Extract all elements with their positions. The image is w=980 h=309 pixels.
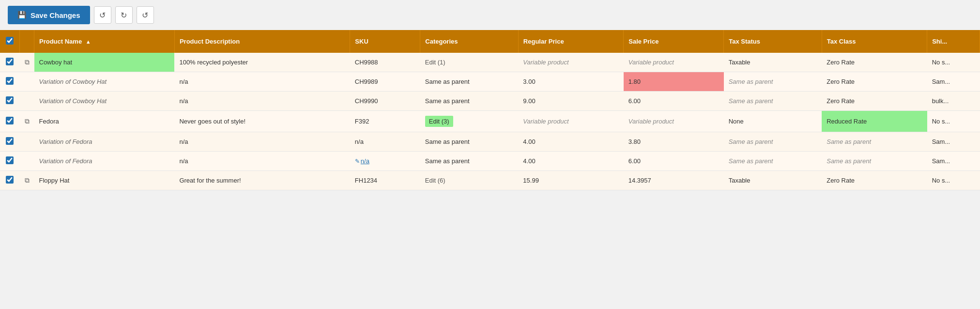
tax-status-cell: None	[724, 111, 822, 132]
table-row: Variation of Cowboy Hatn/aCH9989Same as …	[0, 72, 980, 92]
row-icon-cell	[20, 72, 34, 92]
undo-button[interactable]: ↺	[94, 6, 111, 24]
col-tax-class-header: Tax Class	[822, 30, 927, 53]
tax-status-cell: Same as parent	[724, 132, 822, 152]
categories-cell: Same as parent	[420, 72, 519, 92]
col-categories-header: Categories	[420, 30, 519, 53]
sku-cell: F392	[350, 111, 420, 132]
sale-price-text: Variable product	[628, 59, 674, 66]
table-row: Variation of Fedoran/a✎n/aSame as parent…	[0, 152, 980, 171]
product-description-text: Never goes out of style!	[179, 118, 245, 125]
row-icon-cell: ⧉	[20, 53, 34, 72]
row-checkbox[interactable]	[6, 156, 14, 164]
sale-price-cell: Variable product	[624, 111, 724, 132]
select-all-header[interactable]	[0, 30, 20, 53]
tax-status-cell: Taxable	[724, 53, 822, 72]
col-product-name-header[interactable]: Product Name ▲	[34, 30, 175, 53]
tax-class-cell: Zero Rate	[822, 171, 927, 190]
tax-status-cell: Same as parent	[724, 152, 822, 171]
row-checkbox[interactable]	[6, 58, 14, 65]
row-checkbox-cell	[0, 92, 20, 111]
undo-icon: ↺	[99, 11, 106, 20]
sale-price-text: 6.00	[628, 97, 641, 105]
sort-arrow-icon: ▲	[86, 39, 91, 45]
sale-price-cell: 6.00	[624, 152, 724, 171]
tax-status-text: Same as parent	[729, 157, 773, 165]
categories-text[interactable]: Edit (1)	[425, 59, 445, 66]
product-table-wrap: Product Name ▲ Product Description SKU C…	[0, 30, 980, 190]
sku-text: CH9990	[355, 97, 378, 105]
select-all-checkbox[interactable]	[6, 37, 14, 45]
tax-class-text: Same as parent	[827, 157, 871, 165]
regular-price-text: Variable product	[523, 59, 568, 66]
product-name-cell: Variation of Cowboy Hat	[34, 92, 175, 111]
categories-text: Same as parent	[425, 97, 470, 105]
regular-price-text: 15.99	[523, 177, 539, 184]
product-description-cell: n/a	[174, 72, 350, 92]
row-checkbox-cell	[0, 111, 20, 132]
categories-cell: Edit (1)	[420, 53, 519, 72]
product-name-text: Variation of Cowboy Hat	[39, 78, 107, 85]
sale-price-text: 14.3957	[628, 177, 651, 184]
regular-price-cell: 3.00	[518, 72, 623, 92]
save-button[interactable]: 💾 Save Changes	[8, 6, 90, 24]
external-link-icon[interactable]: ⧉	[25, 58, 30, 66]
refresh-button[interactable]: ↺	[137, 6, 154, 24]
col-sale-price-header: Sale Price	[624, 30, 724, 53]
product-description-cell: n/a	[174, 132, 350, 152]
row-checkbox-cell	[0, 72, 20, 92]
tax-status-cell: Taxable	[724, 171, 822, 190]
row-checkbox[interactable]	[6, 176, 14, 184]
external-link-icon[interactable]: ⧉	[25, 117, 30, 125]
tax-class-text: Zero Rate	[827, 177, 855, 184]
external-link-icon[interactable]: ⧉	[25, 176, 30, 184]
product-name-text: Floppy Hat	[39, 177, 70, 184]
tax-class-text: Zero Rate	[827, 78, 855, 85]
tax-class-cell: Zero Rate	[822, 92, 927, 111]
categories-text: Same as parent	[425, 157, 470, 165]
regular-price-text: 9.00	[523, 97, 535, 105]
row-icon-cell: ⧉	[20, 111, 34, 132]
tax-class-cell: Reduced Rate	[822, 111, 927, 132]
row-checkbox-cell	[0, 152, 20, 171]
categories-cell: Same as parent	[420, 152, 519, 171]
sku-text: F392	[355, 118, 369, 125]
row-checkbox[interactable]	[6, 117, 14, 124]
sale-price-cell: Variable product	[624, 53, 724, 72]
row-checkbox[interactable]	[6, 137, 14, 145]
product-description-text: 100% recycled polyester	[179, 59, 248, 66]
shipping-text: Sam...	[932, 138, 950, 145]
product-name-cell: Fedora	[34, 111, 175, 132]
redo-button[interactable]: ↻	[115, 6, 133, 24]
product-description-text: n/a	[179, 78, 188, 85]
table-row: ⧉FedoraNever goes out of style!F392Edit …	[0, 111, 980, 132]
row-checkbox[interactable]	[6, 96, 14, 104]
product-table: Product Name ▲ Product Description SKU C…	[0, 30, 980, 190]
tax-class-text: Reduced Rate	[827, 118, 867, 125]
tax-status-text: Same as parent	[729, 138, 773, 145]
shipping-text: bulk...	[932, 97, 949, 105]
shipping-cell: No s...	[927, 53, 980, 72]
regular-price-cell: Variable product	[518, 53, 623, 72]
edit-sku-icon[interactable]: ✎	[355, 158, 360, 165]
sale-price-text: Variable product	[628, 118, 674, 125]
product-name-text: Cowboy hat	[39, 59, 73, 66]
sku-text[interactable]: n/a	[361, 157, 369, 165]
refresh-icon: ↺	[142, 11, 148, 20]
categories-text[interactable]: Edit (3)	[425, 116, 453, 127]
regular-price-text: 3.00	[523, 78, 535, 85]
shipping-cell: Sam...	[927, 72, 980, 92]
save-icon: 💾	[17, 11, 27, 19]
shipping-text: No s...	[932, 59, 950, 66]
categories-cell: Edit (6)	[420, 171, 519, 190]
shipping-text: No s...	[932, 177, 950, 184]
regular-price-text: Variable product	[523, 118, 568, 125]
categories-text[interactable]: Edit (6)	[425, 177, 445, 184]
shipping-text: Sam...	[932, 157, 950, 165]
product-name-text: Variation of Cowboy Hat	[39, 97, 107, 105]
row-checkbox[interactable]	[6, 77, 14, 85]
product-description-cell: 100% recycled polyester	[174, 53, 350, 72]
tax-class-text: Zero Rate	[827, 97, 855, 105]
sku-cell: n/a	[350, 132, 420, 152]
sku-text: CH9989	[355, 78, 378, 85]
